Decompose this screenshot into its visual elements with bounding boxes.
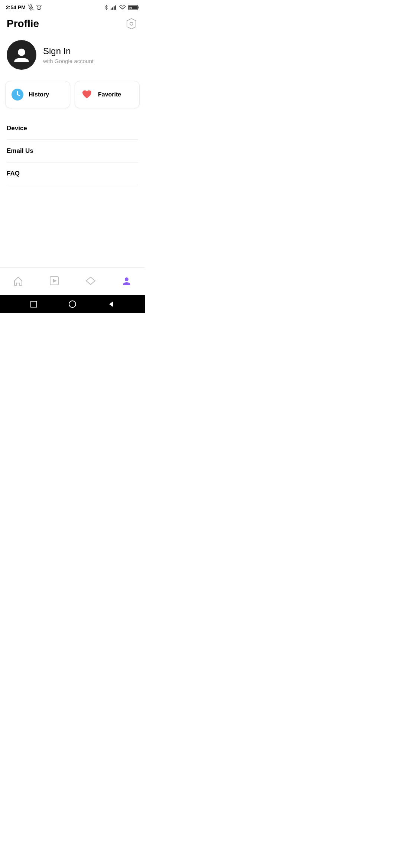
- avatar[interactable]: [7, 40, 36, 70]
- svg-marker-22: [86, 277, 95, 285]
- sign-in-label[interactable]: Sign In: [43, 46, 94, 56]
- menu-item-faq[interactable]: FAQ: [7, 162, 138, 185]
- android-nav-bar: [0, 295, 145, 313]
- heart-icon: [81, 88, 93, 101]
- signal-icon: [111, 5, 117, 10]
- svg-point-15: [18, 49, 25, 56]
- svg-marker-26: [109, 302, 113, 307]
- mute-icon: [28, 4, 34, 10]
- bottom-nav: [0, 267, 145, 295]
- menu-item-device[interactable]: Device: [7, 117, 138, 140]
- history-card[interactable]: History: [5, 81, 70, 108]
- settings-button[interactable]: [125, 17, 138, 30]
- sign-in-sub: with Google account: [43, 58, 94, 64]
- spacer: [0, 185, 145, 267]
- favorite-label: Favorite: [98, 91, 121, 98]
- device-label: Device: [7, 125, 27, 132]
- svg-point-25: [69, 301, 76, 308]
- svg-text:99: 99: [129, 6, 132, 10]
- email-us-label: Email Us: [7, 147, 33, 154]
- svg-rect-24: [31, 301, 37, 307]
- svg-rect-6: [114, 6, 115, 10]
- menu-item-email-us[interactable]: Email Us: [7, 140, 138, 162]
- gear-icon: [125, 18, 137, 30]
- history-icon-wrapper: [11, 88, 24, 101]
- wifi-icon: [119, 5, 126, 10]
- user-avatar-icon: [12, 46, 31, 64]
- android-home-btn[interactable]: [68, 300, 76, 308]
- menu-section: Device Email Us FAQ: [0, 117, 145, 185]
- clock-icon: [11, 88, 24, 101]
- history-label: History: [29, 91, 49, 98]
- favorite-icon-wrapper: [80, 88, 94, 101]
- alarm-icon: [36, 4, 42, 10]
- bluetooth-icon: [104, 4, 109, 10]
- profile-section: Sign In with Google account: [0, 36, 145, 81]
- svg-point-23: [125, 277, 128, 281]
- diamond-icon: [85, 276, 96, 286]
- status-bar: 2:54 PM: [0, 0, 145, 13]
- profile-info: Sign In with Google account: [43, 46, 94, 64]
- battery-icon: 99: [128, 5, 139, 10]
- svg-point-8: [122, 10, 123, 10]
- svg-rect-5: [112, 7, 113, 10]
- home-icon: [13, 276, 23, 286]
- svg-rect-10: [138, 6, 139, 8]
- action-cards: History Favorite: [0, 81, 145, 117]
- nav-profile[interactable]: [115, 272, 138, 290]
- android-back-btn[interactable]: [107, 300, 115, 308]
- status-right: 99: [104, 4, 139, 10]
- svg-rect-7: [115, 6, 116, 10]
- page-title: Proflie: [7, 18, 39, 30]
- svg-rect-4: [111, 9, 112, 10]
- svg-point-14: [130, 22, 133, 25]
- profile-nav-icon: [121, 276, 132, 286]
- header: Proflie: [0, 13, 145, 36]
- status-time: 2:54 PM: [6, 4, 26, 10]
- status-left: 2:54 PM: [6, 4, 42, 10]
- nav-home[interactable]: [7, 272, 29, 290]
- favorite-card[interactable]: Favorite: [75, 81, 140, 108]
- android-square-btn[interactable]: [30, 300, 38, 308]
- nav-favorite[interactable]: [79, 272, 102, 290]
- svg-marker-13: [127, 19, 136, 29]
- nav-video[interactable]: [43, 272, 65, 290]
- faq-label: FAQ: [7, 170, 20, 177]
- svg-marker-21: [53, 279, 57, 283]
- video-play-icon: [49, 276, 59, 286]
